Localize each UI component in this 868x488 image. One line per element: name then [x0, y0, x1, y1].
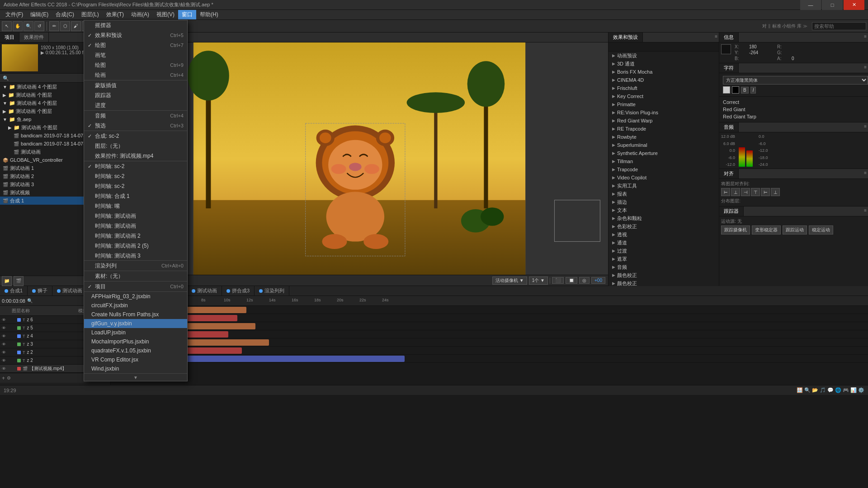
- list-item[interactable]: ▶Video Copilot: [609, 174, 719, 182]
- char-menu[interactable]: ≡: [863, 63, 868, 73]
- menu-item-footage[interactable]: 素材:（无）: [84, 271, 187, 281]
- toolbar-brush[interactable]: 🖌: [71, 21, 81, 31]
- tab-project[interactable]: 项目: [0, 33, 19, 42]
- list-item[interactable]: ▶Frischluft: [609, 84, 719, 92]
- add-layer-btn[interactable]: +: [2, 375, 5, 381]
- visibility-icon[interactable]: 👁: [2, 334, 7, 338]
- script-item-afp[interactable]: AFPHairRig_03_2.jsxbin: [84, 292, 187, 301]
- tab-character[interactable]: 字符: [719, 63, 739, 73]
- menu-animation[interactable]: 动画(A): [127, 10, 153, 19]
- tab-composition1[interactable]: 合成1: [0, 286, 28, 296]
- menu-item-tracker[interactable]: 跟踪器: [84, 90, 187, 100]
- visibility-icon[interactable]: 👁: [2, 358, 7, 363]
- menu-view[interactable]: 视图(V): [153, 10, 178, 19]
- menu-item-brush[interactable]: 画笔: [84, 50, 187, 60]
- tab-merge[interactable]: 拼合成3: [222, 286, 255, 296]
- tab-test-anim3[interactable]: 测试动画: [187, 286, 222, 296]
- align-right-btn[interactable]: ⊣: [741, 188, 750, 196]
- close-button[interactable]: ✕: [844, 0, 864, 10]
- visibility-icon[interactable]: 👁: [2, 350, 7, 355]
- list-item[interactable]: ▶Red Giant Warp: [609, 117, 719, 125]
- script-item-quadrate[interactable]: quadrateFX.v.1.05.jsxbin: [84, 346, 187, 355]
- menu-item-timeline-testanim2-5[interactable]: 时间轴: 测试动画 2 (5): [84, 241, 187, 251]
- list-item[interactable]: ▶透视: [609, 230, 719, 239]
- list-item[interactable]: ▶过渡: [609, 247, 719, 255]
- list-item[interactable]: ▶RE:Vision Plug-ins: [609, 108, 719, 117]
- toolbar-rotate[interactable]: ↺: [34, 21, 44, 31]
- menu-item-effects[interactable]: 效果和预设Ctrl+5: [84, 30, 187, 40]
- menu-item-timeline-sc2-1[interactable]: 时间轴: sc-2: [84, 161, 187, 171]
- tab-effects[interactable]: 效果和预设: [609, 33, 643, 42]
- font-select[interactable]: 方正准隆黑简体: [723, 76, 868, 84]
- menu-item-timeline-testanim1[interactable]: 时间轴: 测试动画: [84, 211, 187, 221]
- script-item-nulls[interactable]: Create Nulls From Paths.jsx: [84, 310, 187, 319]
- list-item[interactable]: ▶动画预设: [609, 52, 719, 60]
- script-item-gifgun[interactable]: gifGun_v.y.jsxbin: [84, 319, 187, 328]
- track-camera-btn[interactable]: 跟踪摄像机: [721, 225, 750, 235]
- toolbar-select[interactable]: ↖: [2, 21, 12, 31]
- tab-render[interactable]: 渲染列列: [255, 286, 289, 296]
- menu-item-progress[interactable]: 进度: [84, 100, 187, 110]
- script-item-circuit[interactable]: circuitFX.jsxbin: [84, 301, 187, 310]
- font-color-swatch[interactable]: [723, 86, 730, 94]
- script-item-loadup[interactable]: LoadUP.jsxbin: [84, 328, 187, 337]
- list-item[interactable]: ▶通道: [609, 239, 719, 247]
- list-item[interactable]: ▶Rowbyte: [609, 133, 719, 141]
- tab-tracker[interactable]: 跟踪器: [719, 206, 744, 216]
- warp-stabilize-btn[interactable]: 变形稳定器: [752, 225, 781, 235]
- script-item-wind[interactable]: Wind.jsxbin: [84, 364, 187, 373]
- menu-item-layer-none[interactable]: 图层:（无）: [84, 141, 187, 151]
- effects-search[interactable]: [609, 42, 719, 52]
- menu-item-project[interactable]: 项目Ctrl+0: [84, 282, 187, 291]
- active-camera-btn[interactable]: 活动摄像机 ▼: [492, 277, 527, 285]
- bold-btn[interactable]: B: [741, 87, 749, 94]
- toolbar-hand[interactable]: ✋: [13, 21, 23, 31]
- list-item[interactable]: ▶Key Correct: [609, 92, 719, 100]
- menu-item-paint[interactable]: 绘图Ctrl+9: [84, 60, 187, 70]
- menu-window[interactable]: 窗口: [178, 10, 196, 19]
- list-item[interactable]: ▶Primatte: [609, 100, 719, 108]
- tracker-menu[interactable]: ≡: [863, 206, 868, 216]
- align-bottom-btn[interactable]: ⊥: [771, 188, 780, 196]
- menu-item-mask-interp[interactable]: 蒙版插值: [84, 80, 187, 90]
- align-top-btn[interactable]: ⊤: [751, 188, 760, 196]
- font-bg-swatch[interactable]: [732, 86, 739, 94]
- menu-edit[interactable]: 编辑(E): [27, 10, 52, 19]
- menu-help[interactable]: 帮助(H): [196, 10, 222, 19]
- new-comp-button[interactable]: 🎬: [14, 276, 24, 286]
- tab-effects-left[interactable]: 效果控件: [19, 33, 49, 42]
- align-hcenter-btn[interactable]: ⊥: [731, 188, 740, 196]
- effects-menu-icon[interactable]: ≡: [713, 33, 719, 42]
- maximize-button[interactable]: □: [822, 0, 843, 10]
- list-item[interactable]: ▶音频: [609, 263, 719, 271]
- visibility-icon[interactable]: 👁: [2, 318, 7, 322]
- list-item[interactable]: ▶色彩校正: [609, 222, 719, 230]
- menu-item-timeline-sc2-2[interactable]: 时间轴: sc-2: [84, 171, 187, 181]
- layer-settings-btn[interactable]: ⚙: [7, 375, 11, 380]
- toolbar-zoom[interactable]: 🔍: [24, 21, 33, 31]
- menu-composition[interactable]: 合成(C): [52, 10, 78, 19]
- fast-preview[interactable]: 🔲: [566, 277, 577, 284]
- menu-item-timeline-sc2-3[interactable]: 时间轴: sc-2: [84, 181, 187, 191]
- tab-lion[interactable]: 狮子: [28, 286, 52, 296]
- align-left-btn[interactable]: ⊢: [721, 188, 730, 196]
- tab-align[interactable]: 对齐: [719, 169, 739, 178]
- list-item[interactable]: ▶CINEMA 4D: [609, 76, 719, 84]
- render-toggle[interactable]: ⬛: [552, 277, 564, 284]
- list-item[interactable]: ▶遮罩: [609, 255, 719, 263]
- list-item[interactable]: ▶报表: [609, 190, 719, 198]
- align-vcenter-btn[interactable]: ⊢: [761, 188, 770, 196]
- help-search-input[interactable]: [812, 22, 866, 30]
- list-item[interactable]: ▶RE Trapcode: [609, 125, 719, 133]
- script-item-vr[interactable]: VR Comp Editor.jsx: [84, 355, 187, 364]
- menu-item-timeline-testanim3[interactable]: 时间轴: 测试动画 3: [84, 251, 187, 261]
- search-layer-btn[interactable]: 🔍: [27, 298, 33, 303]
- menu-item-draw[interactable]: 绘图Ctrl+7: [84, 40, 187, 50]
- visibility-icon[interactable]: 👁: [2, 342, 7, 347]
- menu-item-audio[interactable]: 音频Ctrl+4: [84, 111, 187, 121]
- menu-file[interactable]: 文件(F): [2, 10, 27, 19]
- script-item-mocha[interactable]: MochaImportPlus.jsxbin: [84, 337, 187, 346]
- visibility-icon[interactable]: 👁: [2, 326, 7, 330]
- list-item[interactable]: ▶Tillman: [609, 157, 719, 165]
- quality-btn[interactable]: ◎: [579, 277, 590, 284]
